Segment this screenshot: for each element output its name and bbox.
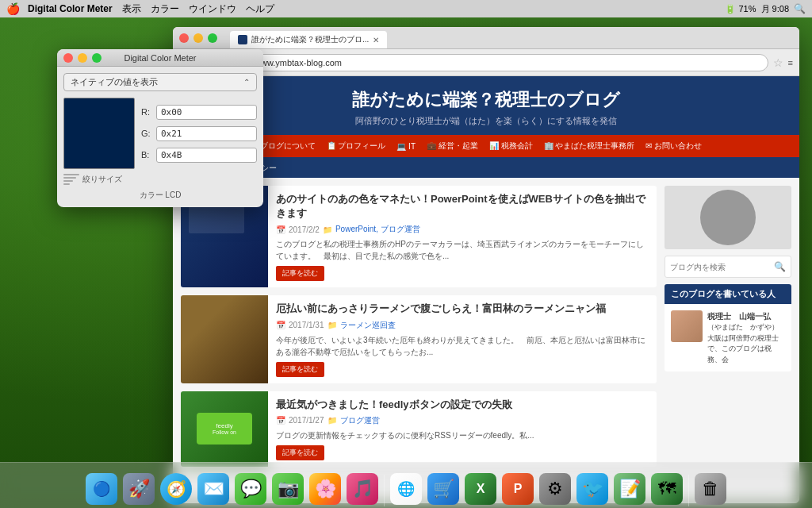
cm-g-label: G:	[141, 129, 153, 138]
cm-values: R: 0x00 G: 0x21 B: 0x4B	[141, 98, 257, 169]
chrome-icon: 🌐	[390, 473, 422, 505]
site-title: 誰がために端楽？税理士のブログ	[173, 88, 799, 112]
nav-profile[interactable]: 📋 プロフィール	[322, 138, 391, 154]
url-bar[interactable]: www.ymbtax-blog.com	[246, 54, 768, 71]
dock-item-twitter[interactable]: 🐦	[575, 471, 610, 506]
article-card-3: feedly Follow on 最近気がつきました！feedlyボタンの設定で…	[181, 391, 657, 467]
menu-item-help[interactable]: ヘルプ	[246, 2, 274, 16]
read-more-button-1[interactable]: 記事を読む	[276, 266, 324, 281]
menubar-search[interactable]: 🔍	[794, 3, 806, 14]
dock-item-launchpad[interactable]: 🚀	[121, 471, 156, 506]
article-title-2[interactable]: 厄払い前にあっさりラーメンで腹ごしらえ！富田林のラーメンニャン福	[276, 302, 649, 316]
mail-icon: ✉️	[197, 473, 229, 505]
article-category-1[interactable]: PowerPoint, ブログ運営	[335, 224, 420, 235]
menu-bar: 🍎 Digital Color Meter 表示 カラー ウインドウ ヘルプ 🔋…	[0, 0, 812, 17]
dock-item-safari[interactable]: 🧭	[159, 471, 193, 506]
tab-close-button[interactable]: ✕	[373, 36, 379, 44]
article-excerpt-1: このブログと私の税理士事務所のHPのテーマカラーは、埼玉西武ライオンズのカラーを…	[276, 238, 649, 262]
cm-b-row: B: 0x4B	[141, 148, 257, 163]
dock-item-chrome[interactable]: 🌐	[389, 471, 423, 506]
cm-close-button[interactable]	[63, 53, 73, 63]
cm-mag-line-4	[63, 183, 70, 185]
article-category-3[interactable]: ブログ運営	[340, 415, 380, 426]
sidebar-search-box[interactable]: 🔍	[665, 256, 791, 278]
dock-item-excel[interactable]: X	[463, 471, 498, 506]
dock: 🔵 🚀 🧭 ✉️ 💬 📷 🌸 🎵 🌐 🛒 X	[0, 462, 812, 508]
dock-item-messages[interactable]: 💬	[233, 471, 268, 506]
facetime-icon: 📷	[272, 473, 304, 505]
nav-contact[interactable]: ✉ お問い合わせ	[641, 138, 707, 154]
article-thumbnail-2	[181, 295, 268, 383]
dock-item-itunes[interactable]: 🎵	[345, 471, 380, 506]
cm-g-value[interactable]: 0x21	[156, 126, 257, 141]
article-excerpt-3: ブログの更新情報をチェックするのに便利なRSSリーダーのfeedly。私...	[276, 429, 649, 441]
cm-mag-line-1	[63, 174, 79, 175]
itunes-icon: 🎵	[347, 473, 378, 505]
cm-color-preview	[63, 98, 135, 169]
article-title-1[interactable]: あのサイトのあの色をマネたい！PowerPointを使えばWEBサイトの色を抽出…	[276, 192, 649, 221]
nav-tax[interactable]: 📊 税務会計	[485, 138, 538, 154]
sidebar-search-icon[interactable]: 🔍	[774, 261, 786, 272]
website-sidebar: 🔍 このブログを書いている人 税理士 山端一弘	[665, 186, 791, 475]
cm-r-row: R: 0x00	[141, 105, 257, 120]
author-info: 税理士 山端一弘 （やまばた かずや） 大阪は阿倍野の税理士で、このブログは税務…	[707, 310, 785, 365]
dock-item-photos[interactable]: 🌸	[308, 471, 343, 506]
dock-item-maps[interactable]: 🗺	[649, 471, 684, 506]
article-title-3[interactable]: 最近気がつきました！feedlyボタンの設定での失敗	[276, 398, 649, 412]
nav-it[interactable]: 💻 IT	[392, 140, 420, 153]
cm-minimize-button[interactable]	[78, 53, 87, 63]
menu-item-view[interactable]: 表示	[122, 2, 141, 16]
read-more-button-2[interactable]: 記事を読む	[276, 362, 324, 377]
cm-dropdown[interactable]: ネイティブの値を表示 ⌃	[63, 73, 257, 91]
evernote-icon: 📝	[614, 473, 645, 505]
article-category-2[interactable]: ラーメン巡回査	[340, 320, 396, 331]
bookmark-button[interactable]: ☆	[773, 56, 783, 69]
photos-icon: 🌸	[309, 473, 341, 505]
cm-title: Digital Color Meter	[124, 53, 196, 63]
launchpad-icon: 🚀	[123, 473, 155, 505]
article-date-3: 2017/1/27	[289, 416, 324, 425]
site-header: 誰がために端楽？税理士のブログ 阿倍野のひとり税理士が端（はた）を楽（らく）にす…	[173, 76, 799, 135]
cm-mag-line-2	[63, 177, 76, 179]
dock-item-settings[interactable]: ⚙	[538, 471, 573, 506]
cm-r-label: R:	[141, 107, 153, 117]
article-cat-icon-1: 📁	[323, 225, 332, 234]
dock-item-facetime[interactable]: 📷	[270, 471, 305, 506]
settings-icon: ⚙	[539, 473, 571, 505]
nav-office[interactable]: 🏢 やまばた税理士事務所	[539, 138, 640, 154]
sidebar-avatar-widget	[665, 186, 791, 249]
sidebar-search-input[interactable]	[670, 263, 774, 271]
widget-title: このブログを書いている人	[665, 284, 791, 304]
article-meta-1: 📅 2017/2/2 📁 PowerPoint, ブログ運営	[276, 224, 649, 235]
apple-menu[interactable]: 🍎	[6, 2, 20, 15]
dock-item-appstore[interactable]: 🛒	[426, 471, 461, 506]
window-close-button[interactable]	[179, 33, 189, 43]
appstore-icon: 🛒	[427, 473, 459, 505]
author-name: 税理士 山端一弘	[707, 310, 785, 322]
powerpoint-icon: P	[502, 473, 534, 505]
browser-titlebar: 誰がために端楽？税理士のブロ... ✕	[173, 27, 799, 49]
browser-window: 誰がために端楽？税理士のブロ... ✕ ◀ ▶ ↻ www.ymbtax-blo…	[173, 27, 799, 503]
browser-tab-active[interactable]: 誰がために端楽？税理士のブロ... ✕	[230, 31, 387, 48]
cm-b-value[interactable]: 0x4B	[156, 148, 257, 163]
article-date-icon-2: 📅	[276, 321, 285, 329]
dock-item-powerpoint[interactable]: P	[500, 471, 535, 506]
dock-item-finder[interactable]: 🔵	[84, 471, 119, 506]
cm-color-area: R: 0x00 G: 0x21 B: 0x4B	[63, 98, 257, 169]
site-subtitle: 阿倍野のひとり税理士が端（はた）を楽（らく）にする情報を発信	[173, 115, 799, 127]
dock-item-mail[interactable]: ✉️	[196, 471, 231, 506]
sidebar-avatar	[665, 186, 791, 249]
cm-r-value[interactable]: 0x00	[156, 105, 257, 120]
nav-business[interactable]: 💼 経営・起業	[422, 138, 483, 154]
menu-item-color[interactable]: カラー	[151, 2, 179, 16]
window-zoom-button[interactable]	[208, 33, 217, 43]
ext-button-1[interactable]: ≡	[788, 58, 793, 67]
article-date-icon-3: 📅	[276, 416, 285, 425]
dock-item-trash[interactable]: 🗑	[693, 471, 728, 506]
read-more-button-3[interactable]: 記事を読む	[276, 445, 324, 460]
menu-item-window[interactable]: ウインドウ	[189, 2, 236, 16]
dock-item-evernote[interactable]: 📝	[612, 471, 647, 506]
window-minimize-button[interactable]	[193, 33, 203, 43]
cm-zoom-button[interactable]	[92, 53, 102, 63]
maps-icon: 🗺	[651, 473, 683, 505]
